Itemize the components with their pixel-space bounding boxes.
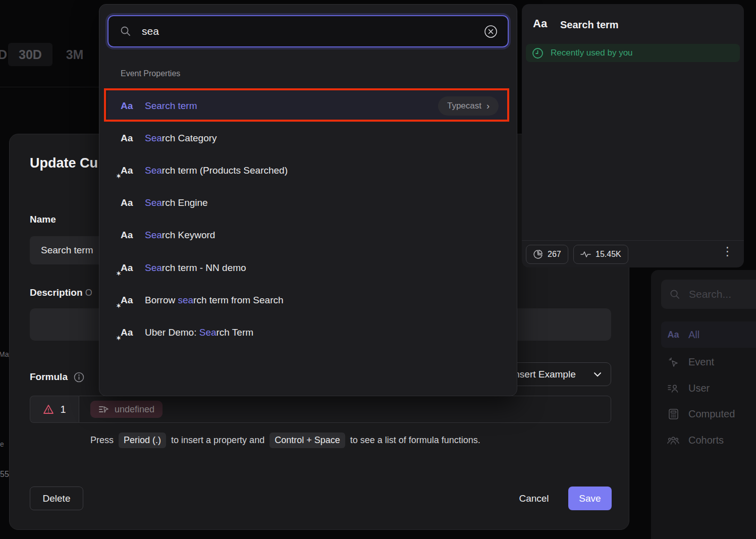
list-item-borrow-search-term[interactable]: Aa✶ Borrow search term from Search — [107, 284, 509, 316]
sidebar-search-box[interactable] — [661, 280, 756, 309]
search-icon — [669, 289, 681, 300]
sidebar-item-event[interactable]: Event — [661, 349, 756, 375]
event-volume-count: 15.45K — [596, 250, 621, 259]
delete-button[interactable]: Delete — [30, 487, 83, 510]
background-divider — [0, 87, 99, 87]
list-item-search-term-products[interactable]: Aa✶ Search term (Products Searched) — [107, 154, 509, 187]
event-volume-button[interactable]: 15.45K — [573, 245, 628, 264]
custom-text-property-icon: Aa✶ — [121, 295, 138, 306]
property-search-box[interactable] — [107, 15, 509, 47]
tab-30d[interactable]: 30D — [8, 43, 52, 66]
info-icon[interactable] — [74, 372, 84, 383]
kbd-period: Period (.) — [119, 433, 166, 448]
event-icon — [667, 357, 679, 367]
kbd-control-space: Control + Space — [269, 433, 345, 448]
name-label: Name — [30, 214, 56, 225]
clock-icon — [532, 47, 544, 59]
save-button[interactable]: Save — [568, 487, 612, 510]
formula-helper-text: Press Period (.) to insert a property an… — [90, 433, 480, 448]
custom-text-property-icon: Aa✶ — [121, 262, 138, 274]
text-property-icon: Aa — [121, 230, 138, 241]
description-optional-fragment: O — [85, 288, 92, 298]
list-item-search-term-nn-demo[interactable]: Aa✶ Search term - NN demo — [107, 252, 509, 284]
list-item-search-keyword[interactable]: Aa Search Keyword — [107, 219, 509, 251]
sample-values-count: 267 — [548, 250, 561, 259]
custom-property-star-icon: ✶ — [116, 270, 121, 277]
formula-error-count: 1 — [60, 404, 66, 415]
pulse-icon — [580, 250, 591, 258]
property-search-dropdown: Event Properties Aa Search term Typecast… — [99, 4, 517, 396]
sidebar-item-cohorts[interactable]: Cohorts — [661, 427, 756, 453]
list-item-search-category[interactable]: Aa Search Category — [107, 122, 509, 154]
text-property-icon: Aa — [667, 330, 679, 340]
tab-3m[interactable]: 3M — [52, 47, 97, 62]
text-property-icon: Aa — [121, 133, 138, 144]
recently-used-label: Recently used by you — [551, 48, 633, 58]
chart-axis-fragment-55: 55 — [0, 470, 9, 479]
sidebar-item-user[interactable]: User — [661, 375, 756, 401]
text-property-icon: Aa — [533, 17, 547, 30]
warning-icon — [43, 404, 54, 414]
property-details-title: Search term — [560, 19, 619, 31]
user-icon — [667, 384, 679, 393]
sample-values-button[interactable]: 267 — [526, 245, 568, 264]
undefined-property-chip[interactable]: undefined — [90, 401, 163, 418]
property-details-panel: Aa Search term Recently used by you 267 … — [522, 4, 744, 267]
custom-text-property-icon: Aa✶ — [121, 165, 138, 176]
modal-title: Update Cu — [30, 155, 98, 171]
formula-label: Formula — [30, 371, 84, 383]
custom-text-property-icon: Aa✶ — [121, 327, 138, 338]
search-input[interactable] — [142, 25, 484, 37]
formula-error-gutter: 1 — [30, 396, 79, 423]
tab-7d[interactable]: D — [0, 47, 8, 62]
clear-search-icon[interactable] — [484, 25, 498, 38]
undefined-chip-label: undefined — [115, 404, 154, 415]
search-icon — [120, 25, 132, 37]
name-field-value: Search term — [41, 245, 93, 256]
list-item-search-engine[interactable]: Aa Search Engine — [107, 187, 509, 219]
custom-property-star-icon: ✶ — [116, 173, 121, 180]
details-divider — [522, 240, 744, 241]
more-options-icon[interactable]: ⋮ — [722, 246, 733, 257]
custom-property-star-icon: ✶ — [116, 335, 121, 342]
pie-chart-icon — [533, 249, 543, 259]
text-property-icon: Aa — [121, 197, 138, 208]
computed-icon — [667, 409, 679, 419]
chart-axis-fragment-e: e — [0, 440, 4, 448]
property-list-icon — [98, 405, 110, 414]
sidebar-search-input[interactable] — [689, 288, 749, 300]
custom-property-star-icon: ✶ — [116, 302, 121, 309]
sidebar-item-all[interactable]: Aa All — [661, 321, 756, 348]
chevron-down-icon — [593, 372, 602, 377]
formula-editor-row: 1 undefined — [30, 396, 611, 423]
recently-used-badge: Recently used by you — [526, 44, 740, 62]
cancel-button[interactable]: Cancel — [506, 487, 562, 510]
section-header-event-properties: Event Properties — [121, 69, 180, 78]
insert-example-label: Insert Example — [512, 369, 593, 380]
date-range-tabs: D 30D 3M — [0, 43, 97, 66]
property-type-sidebar: Aa All Event User Computed Cohorts — [651, 270, 756, 539]
formula-input[interactable]: undefined — [79, 396, 611, 423]
cohorts-icon — [667, 436, 679, 445]
description-label: Description O — [30, 287, 92, 298]
sidebar-item-computed[interactable]: Computed — [661, 401, 756, 427]
list-item-uber-demo-search-term[interactable]: Aa✶ Uber Demo: Search Term — [107, 316, 509, 349]
highlight-annotation-box — [104, 88, 509, 122]
